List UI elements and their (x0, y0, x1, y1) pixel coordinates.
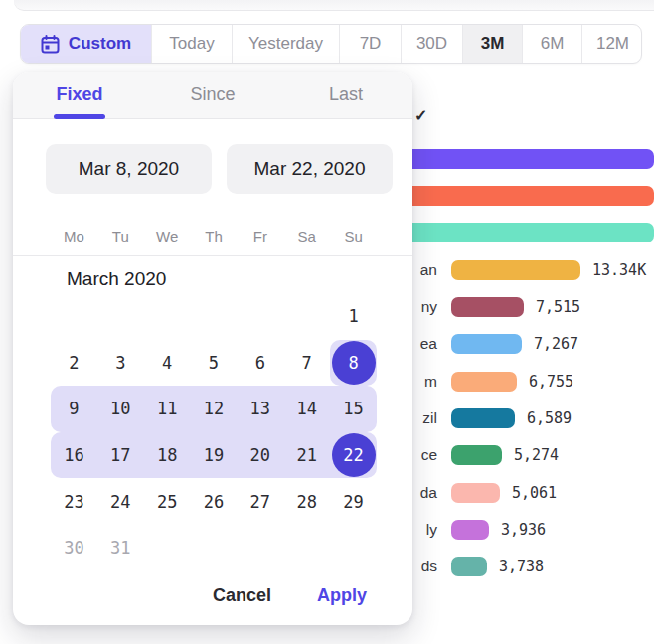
time-range-7d[interactable]: 7D (340, 25, 402, 63)
time-range-label-yesterday: Yesterday (248, 34, 323, 54)
from-date-input[interactable]: Mar 8, 2020 (46, 144, 212, 194)
day-3[interactable]: 3 (97, 340, 144, 387)
tab-last[interactable]: Last (279, 72, 412, 118)
day-4[interactable]: 4 (144, 340, 191, 387)
day-24[interactable]: 24 (97, 478, 144, 525)
day-14[interactable]: 14 (283, 386, 330, 432)
modal-footer: Cancel Apply (13, 585, 412, 606)
day-empty (330, 525, 377, 571)
day-9[interactable]: 9 (51, 386, 97, 432)
chart-bar-value: 13.34K (592, 261, 646, 279)
day-28[interactable]: 28 (283, 478, 330, 525)
time-range-12m[interactable]: 12M (582, 25, 642, 63)
calendar-week-row: 3031 (51, 525, 377, 571)
chart-bar-value: 3,738 (499, 558, 544, 575)
day-1[interactable]: 1 (330, 293, 377, 340)
day-30[interactable]: 30 (51, 525, 97, 571)
date-picker-tabbar: FixedSinceLast (13, 72, 412, 119)
chart-bar[interactable] (451, 372, 517, 392)
date-range-picker-modal: FixedSinceLast Mar 8, 2020 Mar 22, 2020 … (13, 72, 412, 625)
to-date-input[interactable]: Mar 22, 2020 (227, 144, 393, 194)
weekday-su: Su (330, 224, 377, 247)
chart-bar[interactable] (451, 557, 487, 576)
time-range-label-30d: 30D (416, 34, 447, 54)
day-empty (283, 293, 330, 340)
time-range-30d[interactable]: 30D (402, 25, 463, 63)
weekday-header: MoTuWeThFrSaSu (51, 224, 377, 247)
chart-bar[interactable] (451, 445, 502, 465)
day-31[interactable]: 31 (97, 525, 144, 571)
day-empty (237, 525, 283, 571)
day-11[interactable]: 11 (144, 386, 191, 432)
day-2[interactable]: 2 (51, 340, 97, 387)
day-19[interactable]: 19 (191, 432, 238, 479)
time-range-yesterday[interactable]: Yesterday (233, 25, 340, 63)
time-range-3m[interactable]: 3M (463, 25, 523, 63)
chart-bar-value: 5,061 (512, 484, 557, 502)
selected-day-circle-8[interactable]: 8 (332, 341, 376, 385)
day-empty (191, 293, 238, 340)
time-range-custom[interactable]: Custom (21, 25, 152, 63)
time-range-label-today: Today (169, 34, 214, 54)
day-15[interactable]: 15 (330, 386, 377, 432)
time-range-label-custom: Custom (69, 34, 131, 54)
day-18[interactable]: 18 (144, 432, 191, 479)
weekday-th: Th (191, 224, 238, 247)
day-6[interactable]: 6 (237, 340, 283, 387)
calendar-week-row: 2345678 (51, 340, 377, 387)
day-26[interactable]: 26 (191, 478, 238, 525)
day-7[interactable]: 7 (283, 340, 330, 387)
day-5[interactable]: 5 (191, 340, 238, 387)
day-10[interactable]: 10 (97, 386, 144, 432)
day-8[interactable]: 8 (330, 340, 377, 387)
chart-bar[interactable] (451, 260, 580, 280)
time-range-control: CustomTodayYesterday7D30D3M6M12M (20, 24, 642, 64)
day-13[interactable]: 13 (237, 386, 283, 432)
chart-bar[interactable] (451, 297, 524, 317)
day-empty (191, 525, 238, 571)
cutoff-card-bottom-edge (14, 0, 654, 11)
selected-item-checkmark-icon: ✓ (414, 106, 427, 125)
tab-fixed[interactable]: Fixed (13, 72, 146, 118)
chart-bar-value: 5,274 (514, 446, 559, 464)
tab-label-fixed: Fixed (56, 84, 102, 105)
day-empty (51, 293, 97, 340)
chart-bar-value: 3,936 (501, 521, 546, 539)
tab-label-since: Since (190, 84, 235, 105)
chart-bar-value: 6,589 (527, 409, 572, 427)
day-empty (283, 525, 330, 571)
month-title: March 2020 (13, 268, 412, 290)
calendar-week-row: 23242526272829 (51, 478, 377, 525)
day-23[interactable]: 23 (51, 478, 97, 525)
chart-bar[interactable] (451, 334, 522, 354)
calendar-week-row: 9101112131415 (51, 386, 377, 432)
time-range-label-12m: 12M (596, 34, 629, 54)
day-29[interactable]: 29 (330, 478, 377, 525)
date-inputs-row: Mar 8, 2020 Mar 22, 2020 (46, 144, 393, 194)
day-17[interactable]: 17 (97, 432, 144, 479)
day-25[interactable]: 25 (144, 478, 191, 525)
selected-day-circle-22[interactable]: 22 (332, 433, 376, 477)
day-16[interactable]: 16 (51, 432, 97, 479)
time-range-6m[interactable]: 6M (523, 25, 582, 63)
day-21[interactable]: 21 (283, 432, 330, 479)
chart-bar-value: 7,515 (536, 298, 580, 316)
time-range-label-3m: 3M (481, 34, 505, 54)
day-empty (144, 293, 191, 340)
day-empty (97, 293, 144, 340)
weekday-divider (13, 255, 412, 256)
cancel-button[interactable]: Cancel (213, 585, 271, 606)
day-27[interactable]: 27 (237, 478, 283, 525)
weekday-mo: Mo (51, 224, 97, 247)
day-20[interactable]: 20 (237, 432, 283, 479)
chart-bar[interactable] (451, 520, 489, 540)
day-22[interactable]: 22 (330, 432, 377, 479)
tab-since[interactable]: Since (146, 72, 279, 118)
chart-bar[interactable] (451, 408, 515, 428)
apply-button[interactable]: Apply (317, 585, 367, 606)
chart-bar[interactable] (451, 483, 500, 503)
calendar-week-row: 16171819202122 (51, 432, 377, 479)
weekday-we: We (144, 224, 191, 247)
time-range-today[interactable]: Today (152, 25, 233, 63)
day-12[interactable]: 12 (191, 386, 238, 432)
